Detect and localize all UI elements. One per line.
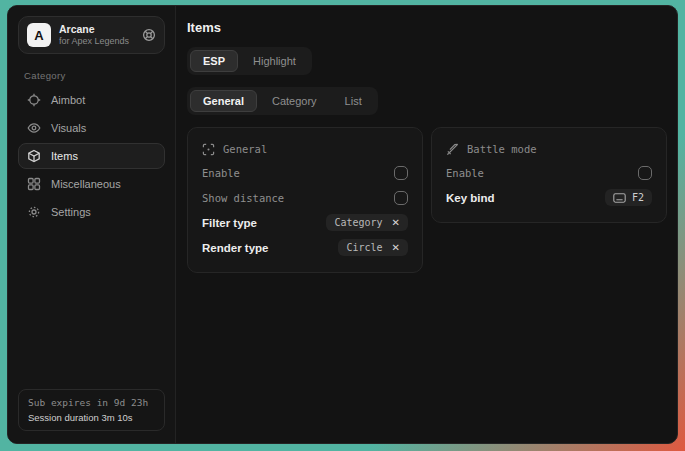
sidebar-item-miscellaneous[interactable]: Miscellaneous: [18, 171, 165, 197]
setting-label: Enable: [446, 167, 484, 179]
clear-icon[interactable]: ✕: [392, 243, 400, 253]
sidebar-item-label: Visuals: [51, 122, 86, 134]
setting-row-enable: Enable: [446, 160, 652, 185]
tab-list[interactable]: List: [332, 90, 375, 112]
sidebar-item-items[interactable]: Items: [18, 143, 165, 169]
panels-row: General Enable Show distance Filter type…: [187, 127, 667, 273]
battle-enable-checkbox[interactable]: [638, 166, 652, 180]
general-panel-header: General: [202, 138, 408, 160]
tab-general[interactable]: General: [190, 90, 257, 112]
filter-type-select[interactable]: Category ✕: [326, 214, 408, 231]
setting-label: Enable: [202, 167, 240, 179]
setting-label: Show distance: [202, 192, 284, 204]
subscription-info-card: Sub expires in 9d 23h Session duration 3…: [18, 389, 165, 431]
category-section-label: Category: [24, 70, 165, 81]
sidebar-item-settings[interactable]: Settings: [18, 199, 165, 225]
sub-tab-group: General Category List: [187, 87, 378, 115]
clear-icon[interactable]: ✕: [392, 218, 400, 228]
crosshair-icon: [27, 93, 41, 107]
sub-expiry-text: Sub expires in 9d 23h: [28, 397, 155, 408]
gear-icon: [27, 205, 41, 219]
keyboard-icon: [613, 193, 626, 203]
panel-title: Battle mode: [467, 143, 537, 155]
setting-row-show-distance: Show distance: [202, 185, 408, 210]
setting-row-render-type: Render type Circle ✕: [202, 235, 408, 260]
sword-icon: [446, 143, 459, 156]
eye-icon: [27, 121, 41, 135]
battle-mode-panel: Battle mode Enable Key bind: [431, 127, 667, 223]
session-duration-text: Session duration 3m 10s: [28, 412, 155, 423]
app-subtitle: for Apex Legends: [59, 36, 134, 47]
sidebar-item-label: Aimbot: [51, 94, 85, 106]
support-icon[interactable]: [142, 28, 156, 42]
keybind-value: F2: [632, 192, 644, 203]
app-window: A Arcane for Apex Legends Category: [7, 5, 678, 444]
keybind-button[interactable]: F2: [605, 189, 652, 206]
sidebar-item-visuals[interactable]: Visuals: [18, 115, 165, 141]
panel-title: General: [223, 143, 267, 155]
selected-value: Category: [334, 217, 382, 228]
show-distance-checkbox[interactable]: [394, 191, 408, 205]
render-type-select[interactable]: Circle ✕: [338, 239, 408, 256]
setting-row-filter-type: Filter type Category ✕: [202, 210, 408, 235]
tab-highlight[interactable]: Highlight: [240, 50, 309, 72]
setting-row-enable: Enable: [202, 160, 408, 185]
general-panel: General Enable Show distance Filter type…: [187, 127, 423, 273]
setting-row-key-bind: Key bind F2: [446, 185, 652, 210]
sidebar-item-label: Miscellaneous: [51, 178, 121, 190]
app-logo-letter: A: [34, 28, 43, 43]
page-title: Items: [187, 20, 667, 35]
setting-label: Filter type: [202, 217, 257, 229]
setting-label: Render type: [202, 242, 268, 254]
grid-icon: [27, 177, 41, 191]
app-name: Arcane: [59, 23, 134, 36]
package-icon: [27, 149, 41, 163]
main-content: Items ESP Highlight General Category Lis…: [176, 6, 678, 443]
sidebar-item-label: Items: [51, 150, 78, 162]
tab-category[interactable]: Category: [259, 90, 330, 112]
enable-checkbox[interactable]: [394, 166, 408, 180]
mode-tab-group: ESP Highlight: [187, 47, 312, 75]
sidebar-item-aimbot[interactable]: Aimbot: [18, 87, 165, 113]
app-logo: A: [27, 23, 51, 47]
focus-icon: [202, 143, 215, 156]
sidebar-nav: Aimbot Visuals Items: [18, 87, 165, 225]
battle-mode-panel-header: Battle mode: [446, 138, 652, 160]
setting-label: Key bind: [446, 192, 495, 204]
sidebar-item-label: Settings: [51, 206, 91, 218]
app-header-card: A Arcane for Apex Legends: [18, 16, 165, 54]
sidebar: A Arcane for Apex Legends Category: [8, 6, 176, 443]
selected-value: Circle: [346, 242, 382, 253]
tab-esp[interactable]: ESP: [190, 50, 238, 72]
app-titles: Arcane for Apex Legends: [59, 23, 134, 46]
